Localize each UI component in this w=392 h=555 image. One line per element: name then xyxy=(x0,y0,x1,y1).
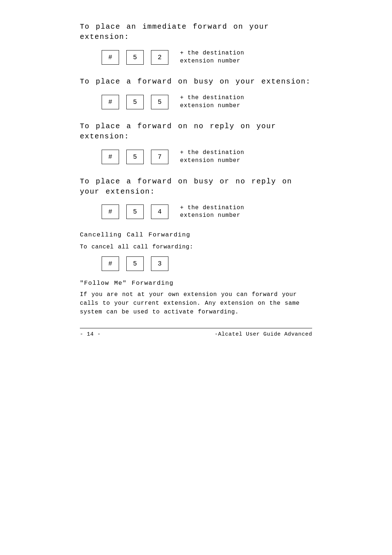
follow-me-body: If you are not at your own extension you… xyxy=(80,290,312,316)
key-5-2: 5 xyxy=(126,95,144,109)
key-row-no-reply: # 5 7 + the destination extension number xyxy=(102,149,312,165)
plus-text-busy-no-reply: + the destination extension number xyxy=(180,204,260,220)
key-hash-1: # xyxy=(102,50,119,65)
footer: - 14 - -Alcatel User Guide Advanced xyxy=(80,328,312,337)
section-forward-busy-no-reply: To place a forward on busy or no reply o… xyxy=(80,177,312,220)
key-4: 4 xyxy=(151,204,168,219)
section-title-no-reply: To place a forward on no reply on your e… xyxy=(80,121,312,142)
cancel-label: To cancel all call forwarding: xyxy=(80,243,312,251)
key-5-1: 5 xyxy=(126,50,144,65)
key-row-busy-no-reply: # 5 4 + the destination extension number xyxy=(102,204,312,220)
key-2: 2 xyxy=(151,50,168,65)
section-title-busy: To place a forward on busy on your exten… xyxy=(80,77,312,87)
section-immediate-forward: To place an immediate forward on your ex… xyxy=(80,22,312,65)
page-number: - 14 - xyxy=(80,331,101,337)
key-hash-5: # xyxy=(102,256,119,271)
plus-text-no-reply: + the destination extension number xyxy=(180,149,260,165)
key-5-3: 5 xyxy=(151,95,168,109)
follow-me-section: "Follow Me" Forwarding If you are not at… xyxy=(80,280,312,316)
key-row-busy: # 5 5 + the destination extension number xyxy=(102,94,312,110)
key-5-5: 5 xyxy=(126,204,144,219)
plus-text-busy: + the destination extension number xyxy=(180,94,260,110)
plus-text-immediate: + the destination extension number xyxy=(180,49,260,65)
key-3: 3 xyxy=(151,256,168,271)
section-forward-no-reply: To place a forward on no reply on your e… xyxy=(80,121,312,165)
key-5-4: 5 xyxy=(126,150,144,164)
key-row-cancel: # 5 3 xyxy=(102,256,312,271)
section-title-immediate: To place an immediate forward on your ex… xyxy=(80,22,312,42)
doc-title: -Alcatel User Guide Advanced xyxy=(215,331,312,337)
follow-me-title: "Follow Me" Forwarding xyxy=(80,280,312,287)
key-row-immediate: # 5 2 + the destination extension number xyxy=(102,49,312,65)
key-hash-2: # xyxy=(102,95,119,109)
key-hash-3: # xyxy=(102,150,119,164)
cancelling-title: Cancelling Call Forwarding xyxy=(80,231,312,238)
key-7: 7 xyxy=(151,150,168,164)
section-forward-busy: To place a forward on busy on your exten… xyxy=(80,77,312,110)
key-5-6: 5 xyxy=(126,256,144,271)
cancelling-section: Cancelling Call Forwarding To cancel all… xyxy=(80,231,312,271)
key-hash-4: # xyxy=(102,204,119,219)
section-title-busy-no-reply: To place a forward on busy or no reply o… xyxy=(80,177,312,197)
